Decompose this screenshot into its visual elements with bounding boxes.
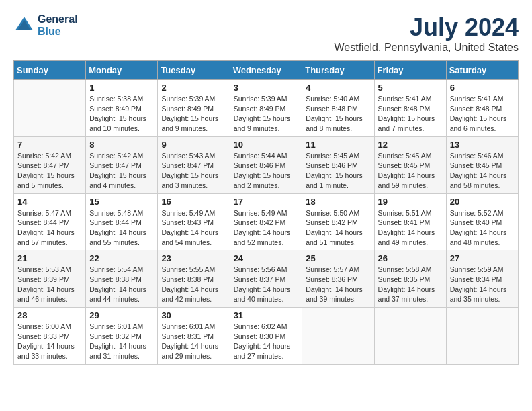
day-info: Sunrise: 5:59 AM Sunset: 8:34 PM Dayligh…: [450, 265, 515, 304]
day-info: Sunrise: 5:41 AM Sunset: 8:48 PM Dayligh…: [378, 94, 443, 134]
day-number: 17: [234, 197, 299, 207]
calendar-cell: 13Sunrise: 5:46 AM Sunset: 8:45 PM Dayli…: [446, 136, 518, 193]
day-number: 6: [450, 83, 515, 93]
day-info: Sunrise: 5:44 AM Sunset: 8:46 PM Dayligh…: [234, 151, 299, 191]
day-info: Sunrise: 6:01 AM Sunset: 8:32 PM Dayligh…: [89, 322, 154, 361]
location-title: Westfield, Pennsylvania, United States: [334, 42, 519, 54]
day-number: 23: [161, 253, 226, 263]
day-number: 25: [306, 253, 370, 263]
calendar-cell: [374, 308, 446, 365]
calendar-cell: 6Sunrise: 5:41 AM Sunset: 8:48 PM Daylig…: [446, 80, 518, 137]
day-info: Sunrise: 5:40 AM Sunset: 8:48 PM Dayligh…: [306, 94, 370, 134]
calendar-cell: 4Sunrise: 5:40 AM Sunset: 8:48 PM Daylig…: [302, 80, 374, 137]
day-info: Sunrise: 5:42 AM Sunset: 8:47 PM Dayligh…: [89, 151, 154, 191]
calendar-cell: 31Sunrise: 6:02 AM Sunset: 8:30 PM Dayli…: [230, 308, 302, 365]
calendar-cell: [302, 308, 374, 365]
day-info: Sunrise: 6:00 AM Sunset: 8:33 PM Dayligh…: [17, 322, 82, 361]
day-number: 3: [234, 83, 299, 93]
calendar-cell: 19Sunrise: 5:51 AM Sunset: 8:41 PM Dayli…: [374, 193, 446, 250]
day-info: Sunrise: 5:42 AM Sunset: 8:47 PM Dayligh…: [17, 151, 82, 191]
day-number: 30: [161, 310, 226, 320]
day-info: Sunrise: 5:56 AM Sunset: 8:37 PM Dayligh…: [234, 265, 299, 304]
calendar-cell: 7Sunrise: 5:42 AM Sunset: 8:47 PM Daylig…: [14, 136, 86, 193]
calendar-cell: 2Sunrise: 5:39 AM Sunset: 8:49 PM Daylig…: [158, 80, 230, 137]
calendar-cell: 29Sunrise: 6:01 AM Sunset: 8:32 PM Dayli…: [86, 308, 158, 365]
calendar-week-row: 21Sunrise: 5:53 AM Sunset: 8:39 PM Dayli…: [14, 250, 519, 308]
weekday-header: Saturday: [446, 61, 518, 80]
day-info: Sunrise: 5:41 AM Sunset: 8:48 PM Dayligh…: [450, 94, 515, 134]
calendar-cell: [446, 308, 518, 365]
day-info: Sunrise: 6:02 AM Sunset: 8:30 PM Dayligh…: [234, 322, 299, 361]
day-info: Sunrise: 5:39 AM Sunset: 8:49 PM Dayligh…: [234, 94, 299, 134]
calendar-week-row: 1Sunrise: 5:38 AM Sunset: 8:49 PM Daylig…: [14, 80, 519, 137]
day-number: 28: [17, 310, 82, 320]
day-info: Sunrise: 5:46 AM Sunset: 8:45 PM Dayligh…: [450, 151, 515, 191]
day-number: 1: [89, 83, 154, 93]
calendar-cell: 9Sunrise: 5:43 AM Sunset: 8:47 PM Daylig…: [158, 136, 230, 193]
day-info: Sunrise: 5:52 AM Sunset: 8:40 PM Dayligh…: [450, 208, 515, 248]
calendar-week-row: 7Sunrise: 5:42 AM Sunset: 8:47 PM Daylig…: [14, 136, 519, 193]
calendar-cell: 1Sunrise: 5:38 AM Sunset: 8:49 PM Daylig…: [86, 80, 158, 137]
day-number: 2: [161, 83, 226, 93]
calendar-cell: 25Sunrise: 5:57 AM Sunset: 8:36 PM Dayli…: [302, 250, 374, 308]
day-number: 14: [17, 197, 82, 207]
day-info: Sunrise: 5:55 AM Sunset: 8:38 PM Dayligh…: [161, 265, 226, 304]
weekday-header: Friday: [374, 61, 446, 80]
day-info: Sunrise: 6:01 AM Sunset: 8:31 PM Dayligh…: [161, 322, 226, 361]
day-number: 27: [450, 253, 515, 263]
day-number: 24: [234, 253, 299, 263]
day-info: Sunrise: 5:45 AM Sunset: 8:46 PM Dayligh…: [306, 151, 370, 191]
day-number: 20: [450, 197, 515, 207]
calendar-cell: 5Sunrise: 5:41 AM Sunset: 8:48 PM Daylig…: [374, 80, 446, 137]
day-number: 5: [378, 83, 443, 93]
calendar-cell: [14, 80, 86, 137]
day-number: 16: [161, 197, 226, 207]
day-info: Sunrise: 5:48 AM Sunset: 8:44 PM Dayligh…: [89, 208, 154, 248]
day-info: Sunrise: 5:49 AM Sunset: 8:42 PM Dayligh…: [234, 208, 299, 248]
title-block: July 2024 Westfield, Pennsylvania, Unite…: [334, 13, 519, 54]
day-info: Sunrise: 5:54 AM Sunset: 8:38 PM Dayligh…: [89, 265, 154, 304]
day-number: 9: [161, 140, 226, 150]
calendar-cell: 10Sunrise: 5:44 AM Sunset: 8:46 PM Dayli…: [230, 136, 302, 193]
day-info: Sunrise: 5:50 AM Sunset: 8:42 PM Dayligh…: [306, 208, 370, 248]
calendar-cell: 23Sunrise: 5:55 AM Sunset: 8:38 PM Dayli…: [158, 250, 230, 308]
day-number: 13: [450, 140, 515, 150]
weekday-header: Sunday: [14, 61, 86, 80]
logo-text: General Blue: [38, 13, 78, 38]
weekday-header-row: SundayMondayTuesdayWednesdayThursdayFrid…: [14, 61, 519, 80]
weekday-header: Tuesday: [158, 61, 230, 80]
day-number: 21: [17, 253, 82, 263]
calendar-cell: 15Sunrise: 5:48 AM Sunset: 8:44 PM Dayli…: [86, 193, 158, 250]
calendar-cell: 16Sunrise: 5:49 AM Sunset: 8:43 PM Dayli…: [158, 193, 230, 250]
day-number: 31: [234, 310, 299, 320]
day-info: Sunrise: 5:39 AM Sunset: 8:49 PM Dayligh…: [161, 94, 226, 134]
day-info: Sunrise: 5:57 AM Sunset: 8:36 PM Dayligh…: [306, 265, 370, 304]
weekday-header: Thursday: [302, 61, 374, 80]
day-info: Sunrise: 5:51 AM Sunset: 8:41 PM Dayligh…: [378, 208, 443, 248]
day-number: 8: [89, 140, 154, 150]
calendar-week-row: 28Sunrise: 6:00 AM Sunset: 8:33 PM Dayli…: [14, 308, 519, 365]
day-number: 26: [378, 253, 443, 263]
day-number: 4: [306, 83, 370, 93]
day-info: Sunrise: 5:49 AM Sunset: 8:43 PM Dayligh…: [161, 208, 226, 248]
day-number: 10: [234, 140, 299, 150]
month-title: July 2024: [334, 13, 519, 42]
day-number: 22: [89, 253, 154, 263]
day-info: Sunrise: 5:53 AM Sunset: 8:39 PM Dayligh…: [17, 265, 82, 304]
calendar-cell: 11Sunrise: 5:45 AM Sunset: 8:46 PM Dayli…: [302, 136, 374, 193]
day-info: Sunrise: 5:43 AM Sunset: 8:47 PM Dayligh…: [161, 151, 226, 191]
calendar-cell: 28Sunrise: 6:00 AM Sunset: 8:33 PM Dayli…: [14, 308, 86, 365]
calendar-cell: 17Sunrise: 5:49 AM Sunset: 8:42 PM Dayli…: [230, 193, 302, 250]
day-info: Sunrise: 5:45 AM Sunset: 8:45 PM Dayligh…: [378, 151, 443, 191]
calendar-cell: 27Sunrise: 5:59 AM Sunset: 8:34 PM Dayli…: [446, 250, 518, 308]
calendar-cell: 12Sunrise: 5:45 AM Sunset: 8:45 PM Dayli…: [374, 136, 446, 193]
calendar-cell: 14Sunrise: 5:47 AM Sunset: 8:44 PM Dayli…: [14, 193, 86, 250]
weekday-header: Monday: [86, 61, 158, 80]
calendar-cell: 8Sunrise: 5:42 AM Sunset: 8:47 PM Daylig…: [86, 136, 158, 193]
calendar-cell: 3Sunrise: 5:39 AM Sunset: 8:49 PM Daylig…: [230, 80, 302, 137]
day-number: 15: [89, 197, 154, 207]
calendar-week-row: 14Sunrise: 5:47 AM Sunset: 8:44 PM Dayli…: [14, 193, 519, 250]
day-number: 11: [306, 140, 370, 150]
calendar-cell: 26Sunrise: 5:58 AM Sunset: 8:35 PM Dayli…: [374, 250, 446, 308]
page-header: General Blue July 2024 Westfield, Pennsy…: [13, 13, 519, 54]
